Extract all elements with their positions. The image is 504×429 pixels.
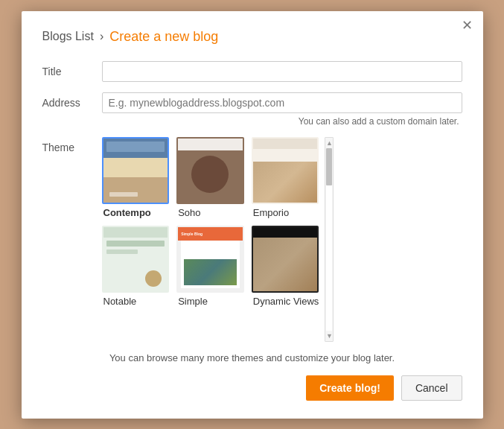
- title-row: Title: [42, 61, 462, 82]
- footer-buttons: Create blog! Cancel: [42, 375, 462, 401]
- theme-thumb-simple: Simple Blog: [176, 226, 244, 293]
- close-button[interactable]: ✕: [462, 19, 473, 32]
- notable-decor-2: [106, 250, 138, 254]
- address-label: Address: [42, 97, 102, 109]
- theme-item-notable[interactable]: Notable: [102, 226, 170, 307]
- custom-domain-hint: You can also add a custom domain later.: [102, 116, 462, 127]
- theme-thumb-dynamic: [252, 226, 319, 293]
- address-row: Address: [42, 92, 462, 113]
- scrollbar-down-arrow[interactable]: ▼: [325, 331, 333, 341]
- theme-label: Theme: [42, 137, 102, 153]
- theme-item-dynamic[interactable]: Dynamic Views: [252, 226, 319, 307]
- theme-name-notable: Notable: [102, 296, 170, 307]
- theme-item-simple[interactable]: Simple Blog Simple: [176, 226, 244, 307]
- breadcrumb-current: Create a new blog: [109, 29, 218, 45]
- title-input[interactable]: [102, 61, 462, 82]
- theme-name-emporio: Emporio: [252, 207, 319, 218]
- create-blog-dialog: ✕ Blogs List › Create a new blog Title A…: [22, 11, 483, 419]
- theme-name-dynamic: Dynamic Views: [252, 296, 319, 307]
- simple-header-text: Simple Blog: [181, 232, 202, 236]
- breadcrumb: Blogs List › Create a new blog: [42, 29, 462, 45]
- dynamic-img-decor: [253, 238, 318, 291]
- simple-header-decor: Simple Blog: [178, 227, 243, 241]
- breadcrumb-blogs-list: Blogs List: [42, 30, 94, 43]
- browse-hint: You can browse many more themes and cust…: [42, 352, 462, 363]
- scrollbar-handle[interactable]: [326, 148, 332, 185]
- theme-name-simple: Simple: [176, 296, 244, 307]
- theme-thumb-soho: [176, 137, 244, 204]
- theme-grid: Contempo Soho Emporio: [102, 137, 319, 307]
- scrollbar-up-arrow[interactable]: ▲: [325, 138, 333, 148]
- cancel-button[interactable]: Cancel: [401, 375, 462, 401]
- theme-name-contempo: Contempo: [102, 207, 170, 218]
- address-input[interactable]: [102, 92, 462, 113]
- theme-grid-container: Contempo Soho Emporio: [102, 137, 334, 342]
- soho-inner-decor: [191, 156, 229, 193]
- theme-thumb-notable: [102, 226, 170, 293]
- notable-decor-3: [145, 270, 162, 287]
- breadcrumb-separator: ›: [100, 30, 103, 43]
- theme-thumb-contempo: [102, 137, 170, 204]
- simple-img-decor: [184, 259, 237, 285]
- title-label: Title: [42, 66, 102, 77]
- simple-body-decor: [181, 241, 240, 288]
- theme-thumb-emporio: [252, 137, 319, 204]
- theme-row: Theme Contempo Soho: [42, 137, 462, 342]
- theme-item-emporio[interactable]: Emporio: [252, 137, 319, 218]
- theme-scrollbar[interactable]: ▲ ▼: [325, 137, 334, 342]
- scrollbar-track: [326, 148, 332, 331]
- notable-decor-1: [106, 241, 165, 247]
- create-blog-button[interactable]: Create blog!: [306, 375, 394, 401]
- emporio-img-decor: [253, 162, 318, 203]
- theme-name-soho: Soho: [176, 207, 244, 218]
- theme-item-soho[interactable]: Soho: [176, 137, 244, 218]
- theme-item-contempo[interactable]: Contempo: [102, 137, 170, 218]
- dynamic-header-decor: [253, 227, 318, 238]
